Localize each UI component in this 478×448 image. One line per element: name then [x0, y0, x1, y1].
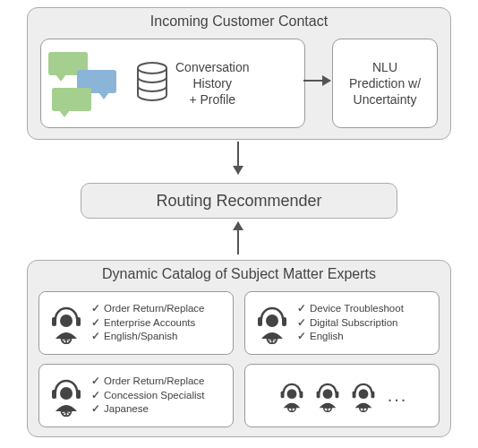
svg-point-27	[322, 389, 332, 399]
conversation-history-box: Conversation History + Profile	[40, 39, 305, 128]
check-icon: ✓	[91, 403, 100, 414]
skill-label: Concession Specialist	[104, 390, 205, 401]
skill-label: English/Spanish	[104, 331, 177, 341]
expert-card: ✓Order Return/Replace ✓Concession Specia…	[38, 364, 234, 427]
skill-label: Order Return/Replace	[104, 303, 205, 314]
expert-skills: ✓Device Troubleshoot ✓Digital Subscripti…	[297, 302, 404, 344]
svg-rect-26	[335, 391, 338, 398]
expert-card: ✓Order Return/Replace ✓Enterprise Accoun…	[38, 291, 234, 355]
chat-bubbles-icon	[48, 52, 129, 115]
skill-label: Device Troubleshoot	[310, 303, 404, 314]
agent-headset-icon	[348, 380, 379, 412]
nlu-box: NLU Prediction w/ Uncertainty	[332, 39, 438, 128]
nlu-label: NLU Prediction w/ Uncertainty	[349, 59, 421, 108]
expert-card: ✓Device Troubleshoot ✓Digital Subscripti…	[244, 291, 440, 355]
check-icon: ✓	[297, 303, 306, 314]
svg-rect-1	[52, 317, 56, 326]
incoming-contact-title: Incoming Customer Contact	[28, 8, 450, 33]
arrow-up-icon	[237, 222, 239, 254]
svg-rect-13	[52, 390, 56, 399]
agent-headset-icon	[252, 303, 292, 344]
svg-point-3	[60, 314, 73, 327]
routing-recommender-box: Routing Recommender	[81, 183, 397, 219]
svg-point-21	[286, 389, 296, 399]
arrow-conv-to-nlu-icon	[303, 80, 330, 82]
check-icon: ✓	[91, 375, 100, 386]
svg-rect-7	[258, 317, 262, 326]
skill-label: English	[310, 331, 344, 341]
agent-headset-icon	[312, 380, 343, 412]
agent-headset-icon	[47, 375, 86, 417]
check-icon: ✓	[91, 303, 100, 314]
skill-label: Japanese	[104, 403, 149, 414]
svg-rect-32	[371, 391, 374, 398]
experts-grid: ✓Order Return/Replace ✓Enterprise Accoun…	[38, 291, 440, 427]
expert-skills: ✓Order Return/Replace ✓Enterprise Accoun…	[91, 302, 205, 344]
svg-rect-8	[282, 317, 286, 326]
arrow-down-icon	[237, 142, 239, 174]
svg-rect-25	[316, 391, 320, 398]
experts-panel: Dynamic Catalog of Subject Matter Expert…	[27, 260, 451, 437]
skill-label: Order Return/Replace	[104, 375, 205, 386]
incoming-contact-panel: Incoming Customer Contact Conversation H…	[27, 7, 451, 140]
svg-rect-2	[76, 317, 81, 326]
svg-point-15	[60, 387, 73, 400]
check-icon: ✓	[297, 317, 306, 328]
check-icon: ✓	[297, 331, 306, 341]
skill-label: Digital Subscription	[310, 317, 397, 328]
svg-rect-19	[280, 391, 284, 398]
incoming-row: Conversation History + Profile NLU Predi…	[40, 39, 438, 128]
check-icon: ✓	[91, 331, 100, 341]
experts-title: Dynamic Catalog of Subject Matter Expert…	[28, 261, 450, 286]
ellipsis-icon: ...	[388, 385, 408, 406]
svg-rect-31	[352, 391, 355, 398]
expert-skills: ✓Order Return/Replace ✓Concession Specia…	[91, 375, 205, 417]
check-icon: ✓	[91, 390, 100, 401]
skill-label: Enterprise Accounts	[104, 317, 195, 328]
svg-point-0	[138, 63, 166, 73]
agent-headset-icon	[47, 303, 86, 344]
svg-point-9	[266, 314, 278, 327]
svg-rect-20	[299, 391, 303, 398]
conversation-label: Conversation History + Profile	[175, 59, 250, 108]
database-icon	[134, 61, 170, 106]
expert-card-more: ...	[244, 364, 440, 427]
svg-rect-14	[76, 390, 81, 399]
check-icon: ✓	[91, 317, 100, 328]
routing-label: Routing Recommender	[156, 192, 321, 211]
svg-point-33	[358, 389, 368, 399]
agent-headset-icon	[277, 380, 307, 412]
